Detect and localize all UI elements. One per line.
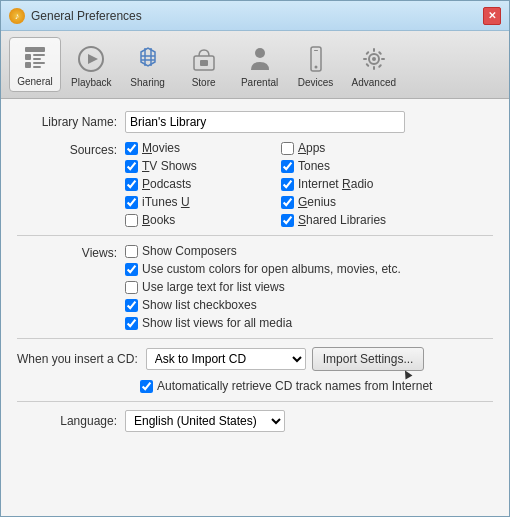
tones-label: Tones (298, 159, 330, 173)
source-podcasts[interactable]: Podcasts (125, 177, 265, 191)
cd-dropdown[interactable]: Ask to Import CD Import CD Import CD and… (146, 348, 306, 370)
svg-rect-24 (378, 51, 382, 55)
svg-rect-6 (33, 66, 41, 68)
source-books[interactable]: Books (125, 213, 265, 227)
window-title: General Preferences (31, 9, 142, 23)
svg-rect-14 (314, 50, 318, 51)
tones-checkbox[interactable] (281, 160, 294, 173)
itunes-u-checkbox[interactable] (125, 196, 138, 209)
svg-rect-21 (365, 51, 369, 55)
view-list-checkboxes[interactable]: Show list checkboxes (125, 298, 401, 312)
library-name-label: Library Name: (17, 115, 117, 129)
cd-insert-label: When you insert a CD: (17, 352, 138, 366)
apps-checkbox[interactable] (281, 142, 294, 155)
svg-rect-20 (381, 58, 385, 60)
sharing-icon (132, 43, 164, 75)
source-apps[interactable]: Apps (281, 141, 421, 155)
shared-libraries-checkbox[interactable] (281, 214, 294, 227)
auto-retrieve-label: Automatically retrieve CD track names fr… (157, 379, 432, 393)
source-movies[interactable]: Movies (125, 141, 265, 155)
library-name-input[interactable] (125, 111, 405, 133)
sources-grid: Movies Apps TV Shows Tones Podcasts (125, 141, 421, 227)
advanced-icon (358, 43, 390, 75)
tvshows-checkbox[interactable] (125, 160, 138, 173)
parental-icon (244, 43, 276, 75)
list-views-all-label: Show list views for all media (142, 316, 292, 330)
view-large-text[interactable]: Use large text for list views (125, 280, 401, 294)
auto-retrieve-item[interactable]: Automatically retrieve CD track names fr… (140, 379, 432, 393)
source-tvshows[interactable]: TV Shows (125, 159, 265, 173)
parental-label: Parental (241, 77, 278, 88)
toolbar-general[interactable]: General (9, 37, 61, 92)
svg-rect-22 (378, 64, 382, 68)
podcasts-label: Podcasts (142, 177, 191, 191)
main-window: ♪ General Preferences ✕ General (0, 0, 510, 517)
svg-rect-19 (363, 58, 367, 60)
toolbar-sharing[interactable]: Sharing (122, 39, 174, 92)
shared-libraries-label: Shared Libraries (298, 213, 386, 227)
large-text-label: Use large text for list views (142, 280, 285, 294)
content-area: Library Name: Sources: Movies Apps TV Sh… (1, 99, 509, 516)
svg-point-13 (314, 66, 317, 69)
import-settings-button[interactable]: Import Settings... (312, 347, 425, 371)
views-label: Views: (17, 244, 117, 260)
auto-retrieve-checkbox[interactable] (140, 380, 153, 393)
view-show-composers[interactable]: Show Composers (125, 244, 401, 258)
views-list: Show Composers Use custom colors for ope… (125, 244, 401, 330)
source-internet-radio[interactable]: Internet Radio (281, 177, 421, 191)
toolbar-store[interactable]: Store (178, 39, 230, 92)
books-checkbox[interactable] (125, 214, 138, 227)
large-text-checkbox[interactable] (125, 281, 138, 294)
language-label: Language: (17, 414, 117, 428)
internet-radio-checkbox[interactable] (281, 178, 294, 191)
title-bar: ♪ General Preferences ✕ (1, 1, 509, 31)
list-views-all-checkbox[interactable] (125, 317, 138, 330)
devices-label: Devices (298, 77, 334, 88)
tvshows-label: TV Shows (142, 159, 197, 173)
advanced-label: Advanced (352, 77, 396, 88)
view-custom-colors[interactable]: Use custom colors for open albums, movie… (125, 262, 401, 276)
movies-label: Movies (142, 141, 180, 155)
toolbar: General Playback Sharing (1, 31, 509, 99)
source-genius[interactable]: Genius (281, 195, 421, 209)
list-checkboxes-checkbox[interactable] (125, 299, 138, 312)
movies-checkbox[interactable] (125, 142, 138, 155)
svg-rect-17 (373, 48, 375, 52)
sharing-label: Sharing (130, 77, 164, 88)
divider-1 (17, 235, 493, 236)
source-itunes-u[interactable]: iTunes U (125, 195, 265, 209)
internet-radio-label: Internet Radio (298, 177, 373, 191)
genius-checkbox[interactable] (281, 196, 294, 209)
language-dropdown[interactable]: English (United States) (125, 410, 285, 432)
toolbar-advanced[interactable]: Advanced (346, 39, 402, 92)
cd-insert-section: When you insert a CD: Ask to Import CD I… (17, 347, 493, 371)
svg-rect-23 (365, 63, 369, 67)
itunes-logo: ♪ (9, 8, 25, 24)
toolbar-playback[interactable]: Playback (65, 39, 118, 92)
svg-point-11 (255, 48, 265, 58)
source-tones[interactable]: Tones (281, 159, 421, 173)
svg-rect-4 (33, 58, 41, 60)
auto-retrieve-row: Automatically retrieve CD track names fr… (140, 379, 493, 393)
devices-icon (300, 43, 332, 75)
view-list-views-all[interactable]: Show list views for all media (125, 316, 401, 330)
toolbar-parental[interactable]: Parental (234, 39, 286, 92)
svg-rect-1 (25, 54, 31, 60)
custom-colors-checkbox[interactable] (125, 263, 138, 276)
close-button[interactable]: ✕ (483, 7, 501, 25)
svg-rect-2 (25, 62, 31, 68)
source-shared-libraries[interactable]: Shared Libraries (281, 213, 421, 227)
books-label: Books (142, 213, 175, 227)
show-composers-checkbox[interactable] (125, 245, 138, 258)
toolbar-devices[interactable]: Devices (290, 39, 342, 92)
apps-label: Apps (298, 141, 325, 155)
divider-3 (17, 401, 493, 402)
show-composers-label: Show Composers (142, 244, 237, 258)
general-icon (19, 42, 51, 74)
store-icon (188, 43, 220, 75)
svg-rect-5 (33, 62, 45, 64)
podcasts-checkbox[interactable] (125, 178, 138, 191)
playback-label: Playback (71, 77, 112, 88)
list-checkboxes-label: Show list checkboxes (142, 298, 257, 312)
itunes-u-label: iTunes U (142, 195, 190, 209)
